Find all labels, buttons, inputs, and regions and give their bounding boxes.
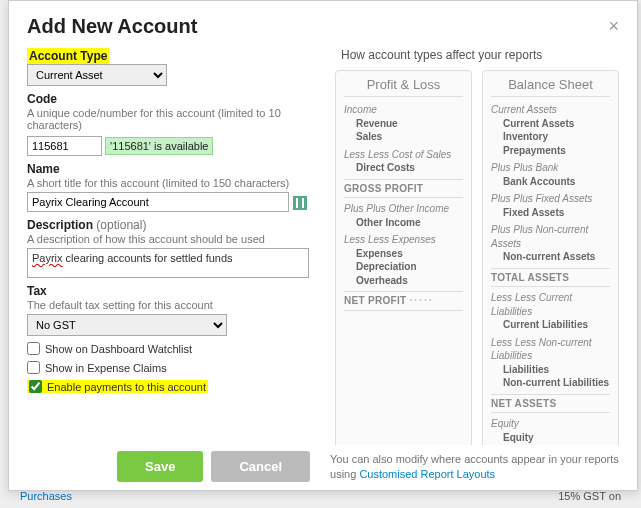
tax-label: Tax (27, 284, 317, 298)
cancel-button[interactable]: Cancel (211, 451, 310, 482)
account-type-label: Account Type (29, 49, 107, 63)
tax-select[interactable]: No GST (27, 314, 227, 336)
expense-claims-checkbox[interactable] (27, 361, 40, 374)
name-label: Name (27, 162, 317, 176)
chart-icon[interactable] (293, 196, 307, 210)
account-type-select[interactable]: Current Asset (27, 64, 167, 86)
bg-gst-text: 15% GST on (558, 490, 621, 508)
description-textarea[interactable]: Payrix clearing accounts for settled fun… (27, 248, 309, 278)
enable-payments-label: Enable payments to this account (47, 381, 206, 393)
close-icon[interactable]: × (608, 16, 619, 37)
name-input[interactable] (27, 192, 289, 212)
modal-title: Add New Account (27, 15, 197, 38)
profit-loss-panel: Profit & Loss Income Revenue Sales Less … (335, 70, 472, 445)
reports-heading: How account types affect your reports (335, 48, 619, 62)
description-label: Description (optional) (27, 218, 317, 232)
add-account-modal: Add New Account × Account Type Current A… (8, 0, 638, 491)
code-input[interactable] (27, 136, 102, 156)
enable-payments-checkbox[interactable] (29, 380, 42, 393)
dashboard-watchlist-checkbox[interactable] (27, 342, 40, 355)
balance-sheet-panel: Balance Sheet Current Assets Current Ass… (482, 70, 619, 445)
description-desc: A description of how this account should… (27, 233, 317, 245)
footer-help-text: You can also modify where accounts appea… (330, 452, 619, 481)
customised-layouts-link[interactable]: Customised Report Layouts (359, 468, 495, 480)
dashboard-watchlist-label: Show on Dashboard Watchlist (45, 343, 192, 355)
tax-desc: The default tax setting for this account (27, 299, 317, 311)
code-label: Code (27, 92, 317, 106)
code-desc: A unique code/number for this account (l… (27, 107, 317, 131)
balance-sheet-title: Balance Sheet (491, 77, 610, 97)
bg-purchases-link: Purchases (20, 490, 72, 508)
profit-loss-title: Profit & Loss (344, 77, 463, 97)
code-available-badge: '115681' is available (105, 137, 213, 155)
expense-claims-label: Show in Expense Claims (45, 362, 167, 374)
name-desc: A short title for this account (limited … (27, 177, 317, 189)
save-button[interactable]: Save (117, 451, 203, 482)
